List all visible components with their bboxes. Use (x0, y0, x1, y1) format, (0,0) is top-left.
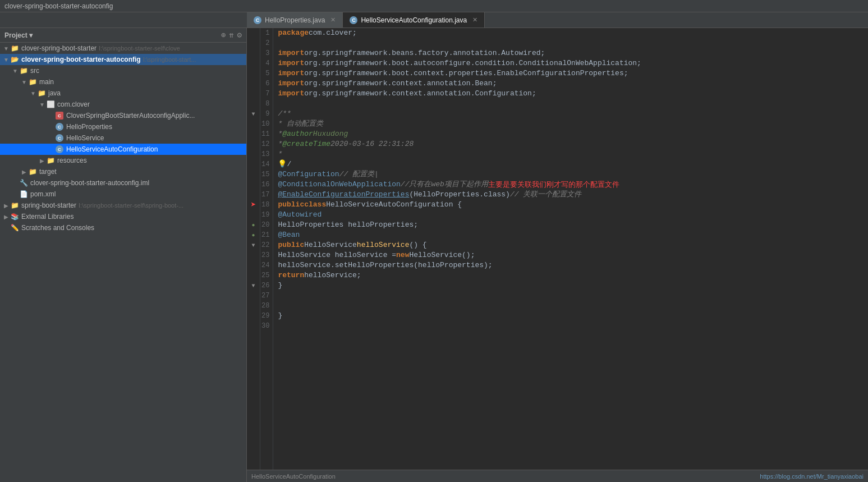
collapse-icon[interactable]: ⇈ (229, 30, 233, 40)
gutter-1 (247, 28, 260, 38)
tree-item-clover-app[interactable]: C CloverSpringBootStarterAutoconfigAppli… (0, 110, 246, 121)
line-num-10: 10 (261, 119, 269, 129)
code-line-9: /** (278, 109, 864, 119)
line-num-6: 6 (261, 79, 269, 89)
tree-item-com-clover[interactable]: ▼ ⬜ com.clover (0, 99, 246, 110)
java-folder-icon: 📁 (37, 89, 46, 98)
code-line-18: public class HelloServiceAutoConfigurati… (278, 200, 864, 210)
tab-helloproperties[interactable]: C HelloProperties.java ✕ (247, 12, 343, 27)
scratches-icon: ✏️ (10, 223, 19, 232)
arrow-icon (11, 180, 19, 186)
code-line-13: * (278, 149, 864, 159)
iml-icon: 🔧 (19, 178, 28, 187)
gutter-23 (247, 250, 260, 260)
gutter-11 (247, 129, 260, 139)
gutter-30 (247, 321, 260, 331)
arrow-icon: ▶ (38, 158, 46, 164)
gutter-13 (247, 149, 260, 159)
line-num-15: 15 (261, 169, 269, 180)
status-file-name: HelloServiceAutoConfiguration (251, 473, 336, 480)
tree-item-hello-properties[interactable]: C HelloProperties (0, 121, 246, 132)
arrow-icon: ▼ (2, 45, 10, 52)
tab-bar: C HelloProperties.java ✕ C HelloServiceA… (0, 12, 868, 28)
item-label: clover-spring-boot-starter-autoconfig (21, 56, 141, 63)
gutter-10 (247, 119, 260, 129)
tree-item-clover-starter[interactable]: ▼ 📁 clover-spring-boot-starter I:\spring… (0, 43, 246, 54)
item-label: HelloProperties (66, 123, 112, 131)
code-line-19: @Autowired (278, 210, 864, 220)
tree-item-main[interactable]: ▼ 📁 main (0, 76, 246, 88)
settings-icon[interactable]: ⚙ (237, 30, 242, 40)
gutter-17 (247, 190, 260, 200)
tree-item-spring-boot-starter[interactable]: ▶ 📁 spring-boot-starter I:\springboot-st… (0, 200, 246, 211)
sidebar-title: Project ▾ (4, 31, 33, 39)
gutter-27 (247, 291, 260, 301)
tree-item-iml[interactable]: 🔧 clover-spring-boot-starter-autoconfig.… (0, 177, 246, 189)
main-layout: Project ▾ ⊕ ⇈ ⚙ ▼ 📁 clover-spring-boot-s… (0, 28, 868, 482)
gutter-22: ▼ (247, 240, 260, 250)
code-line-27 (278, 291, 864, 301)
tree-item-resources[interactable]: ▶ 📁 resources (0, 155, 246, 166)
gutter-28 (247, 301, 260, 311)
folder-icon: 📁 (10, 201, 19, 210)
code-line-29: } (278, 311, 864, 321)
code-line-12: * @createTime 2020-03-16 22:31:28 (278, 139, 864, 149)
tree-item-pom[interactable]: 📄 pom.xml (0, 189, 246, 200)
editor-content[interactable]: ▼ ➤ ● ● ▼ ▼ (247, 28, 868, 470)
tree-item-external-libraries[interactable]: ▶ 📚 External Libraries (0, 211, 246, 222)
gutter-16 (247, 180, 260, 190)
code-line-21: @Bean (278, 230, 864, 240)
gutter-18: ➤ (247, 200, 260, 210)
package-icon: ⬜ (46, 100, 55, 109)
line-num-13: 13 (261, 149, 269, 159)
line-num-20: 20 (261, 220, 269, 230)
tree-item-hello-service[interactable]: C HelloService (0, 132, 246, 144)
line-num-1: 1 (261, 28, 269, 38)
gutter-5 (247, 68, 260, 79)
line-num-18: 18 (261, 200, 269, 210)
line-num-27: 27 (261, 291, 269, 301)
line-num-12: 12 (261, 139, 269, 149)
tree-item-src[interactable]: ▼ 📁 src (0, 65, 246, 76)
tree-item-autoconfig[interactable]: ▼ 📂 clover-spring-boot-starter-autoconfi… (0, 54, 246, 65)
arrow-icon: ▼ (11, 68, 19, 74)
line-num-2: 2 (261, 38, 269, 48)
tree-item-java[interactable]: ▼ 📁 java (0, 88, 246, 99)
tree-item-hello-service-autoconfig[interactable]: C HelloServiceAutoConfiguration (0, 144, 246, 155)
line-num-30: 30 (261, 321, 269, 331)
arrow-icon (47, 146, 55, 153)
sidebar-header: Project ▾ ⊕ ⇈ ⚙ (0, 28, 246, 43)
line-num-11: 11 (261, 129, 269, 139)
gutter-9: ▼ (247, 109, 260, 119)
editor-area: ▼ ➤ ● ● ▼ ▼ (247, 28, 868, 482)
class-icon: C (55, 122, 64, 131)
code-editor[interactable]: package com.clover; import org.springfra… (273, 28, 868, 470)
line-numbers: 1 2 3 4 5 6 7 8 9 10 11 12 13 14 15 16 1… (260, 28, 273, 470)
item-path: I:\springboot-starter-self\spring-boot-.… (79, 202, 183, 209)
folder-icon: 📂 (10, 55, 19, 64)
tab-label-helloserviceautoconfig: HelloServiceAutoConfiguration.java (361, 16, 467, 24)
code-line-1: package com.clover; (278, 28, 864, 38)
tab-close-helloproperties[interactable]: ✕ (330, 16, 336, 24)
code-line-16: @ConditionalOnWebApplication //只有在web项目下… (278, 180, 864, 190)
gutter-15 (247, 169, 260, 180)
arrow-icon: ▶ (20, 169, 28, 175)
ext-lib-icon: 📚 (10, 212, 19, 221)
code-line-4: import org.springframework.boot.autoconf… (278, 58, 864, 68)
line-num-23: 23 (261, 250, 269, 260)
tab-icon-helloserviceautoconfig: C (350, 16, 357, 24)
folder-icon: 📁 (10, 44, 19, 53)
locate-icon[interactable]: ⊕ (221, 30, 226, 40)
item-label: resources (57, 157, 87, 164)
code-line-2 (278, 38, 864, 48)
gutter-26: ▼ (247, 281, 260, 291)
folder-icon: 📁 (28, 77, 37, 86)
class-icon: C (55, 145, 64, 154)
arrow-icon (47, 135, 55, 141)
tab-close-helloserviceautoconfig[interactable]: ✕ (472, 16, 477, 24)
class-icon: C (55, 134, 64, 143)
tree-item-scratches[interactable]: ✏️ Scratches and Consoles (0, 222, 246, 233)
tree-item-target[interactable]: ▶ 📁 target (0, 166, 246, 177)
code-line-7: import org.springframework.context.annot… (278, 89, 864, 99)
tab-helloserviceautoconfig[interactable]: C HelloServiceAutoConfiguration.java ✕ (343, 12, 485, 27)
